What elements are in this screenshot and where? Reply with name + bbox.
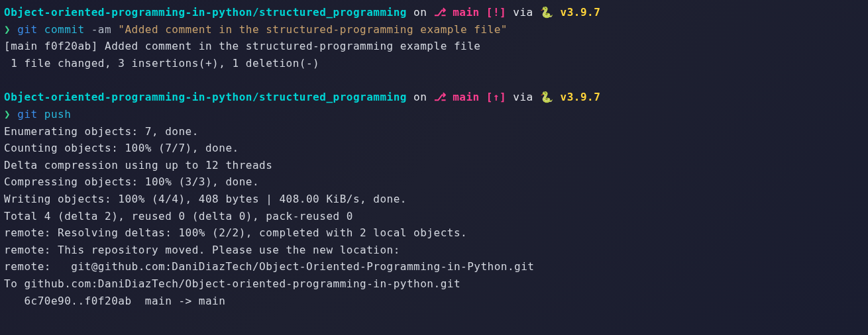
output-line: Writing objects: 100% (4/4), 408 bytes |… [4,191,864,208]
branch-icon: ⎇ [434,6,447,19]
blank-line [4,72,864,89]
command-line-1: ❯ git commit -am "Added comment in the s… [4,21,864,38]
on-text: on [407,6,434,19]
output-line: 6c70e90..f0f20ab main -> main [4,293,864,310]
git-status-badge: [!] [486,6,506,19]
snake-icon: 🐍 [540,89,561,106]
git-subcommand: push [44,108,72,120]
command-line-2: ❯ git push [4,106,864,123]
output-line: remote: This repository moved. Please us… [4,242,864,259]
output-line: [main f0f20ab] Added comment in the stru… [4,38,864,55]
terminal-output[interactable]: Object-oriented-programming-in-python/st… [4,4,864,309]
branch-name: main [446,6,486,19]
prompt-line-2: Object-oriented-programming-in-python/st… [4,89,864,106]
git-command: git [17,108,44,120]
path-segment: Object-oriented-programming-in-python/st… [4,6,407,19]
prompt-char: ❯ [4,23,17,36]
output-line: To github.com:DaniDiazTech/Object-orient… [4,275,864,293]
output-line: Delta compression using up to 12 threads [4,157,864,174]
python-version: v3.9.7 [561,6,601,19]
output-line: 1 file changed, 3 insertions(+), 1 delet… [4,55,864,72]
output-line: Total 4 (delta 2), reused 0 (delta 0), p… [4,208,864,225]
on-text: on [407,91,434,103]
commit-message: "Added comment in the structured-program… [118,23,508,36]
output-line: Compressing objects: 100% (3/3), done. [4,173,864,191]
prompt-line-1: Object-oriented-programming-in-python/st… [4,4,864,21]
git-subcommand: commit [44,23,91,36]
git-flag: -am [91,23,119,36]
output-line: remote: Resolving deltas: 100% (2/2), co… [4,224,864,242]
output-line: Enumerating objects: 7, done. [4,123,864,140]
via-text: via [506,91,540,103]
output-line: remote: git@github.com:DaniDiazTech/Obje… [4,258,864,275]
git-command: git [17,23,44,36]
snake-icon: 🐍 [540,4,561,21]
branch-icon: ⎇ [434,91,447,103]
path-segment: Object-oriented-programming-in-python/st… [4,91,407,103]
git-status-badge: [↑] [486,91,506,103]
prompt-char: ❯ [4,108,17,120]
python-version: v3.9.7 [561,91,601,103]
via-text: via [506,6,540,19]
branch-name: main [446,91,486,103]
output-line: Counting objects: 100% (7/7), done. [4,140,864,157]
